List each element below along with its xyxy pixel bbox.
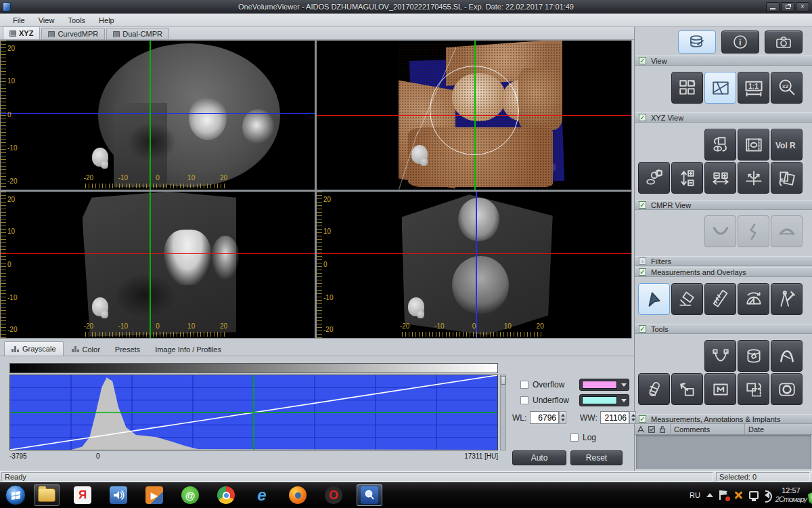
section-check-icon[interactable]: ✓ [639, 268, 646, 276]
volume-render-pane[interactable] [317, 41, 631, 190]
distance-measure-button[interactable] [704, 283, 736, 315]
crosshair-horizontal[interactable] [317, 253, 631, 254]
section-check-icon[interactable]: ✓ [639, 57, 646, 64]
section-expand-icon[interactable]: › [639, 257, 646, 265]
lock-column-icon[interactable] [658, 425, 667, 433]
axial-slice-pane[interactable]: 20100-10-20-20-1001020 [1, 41, 315, 190]
taskbar-yandex[interactable]: Я [70, 484, 95, 506]
menu-tools[interactable]: Tools [62, 15, 91, 26]
network-icon[interactable] [749, 491, 759, 499]
volume-render-button[interactable]: Vol R [771, 129, 803, 161]
movie-button[interactable] [738, 129, 769, 161]
coronal-slice-pane[interactable]: 20100-10-20-20-1001020 [317, 192, 631, 338]
focus-circle-overlay[interactable] [430, 66, 519, 155]
zoom-2x-button[interactable]: x2 [771, 72, 803, 104]
section-header-overlays[interactable]: ✓ Measurements and Overlays [635, 267, 812, 277]
ring-tool-button[interactable] [771, 373, 803, 405]
actual-size-button[interactable]: 1:1 [738, 72, 769, 104]
section-header-filters[interactable]: › Filters [635, 256, 812, 266]
angle-measure-button[interactable] [738, 283, 769, 315]
tab-color[interactable]: Color [65, 343, 107, 356]
bounding-box-button[interactable] [704, 373, 736, 405]
crosshair-vertical[interactable] [476, 192, 477, 338]
measurements-list[interactable] [636, 435, 811, 469]
underflow-checkbox[interactable] [520, 396, 528, 404]
restore-button[interactable] [781, 2, 794, 12]
capture-button[interactable] [765, 30, 803, 54]
slice-interval-button[interactable] [704, 162, 736, 194]
minimize-button[interactable] [766, 2, 780, 12]
section-header-cmpr-view[interactable]: ✓ CMPR View [635, 200, 812, 210]
date-column-header[interactable]: Date [744, 424, 812, 434]
rotate-box-button[interactable] [738, 373, 769, 405]
link-views-button[interactable] [638, 162, 670, 194]
ww-input[interactable] [600, 411, 629, 424]
cut-volume-button[interactable] [671, 373, 703, 405]
taskbar-search-tool[interactable] [357, 484, 382, 506]
tab-xyz[interactable]: XYZ [3, 26, 40, 39]
section-check-icon[interactable]: ✓ [639, 201, 646, 209]
taskbar-media-player[interactable]: ▶ [141, 484, 167, 506]
tab-dualcmpr[interactable]: Dual-CMPR [106, 28, 169, 39]
overflow-color-dropdown[interactable] [579, 379, 629, 391]
overflow-checkbox[interactable] [520, 381, 528, 389]
clock[interactable]: 12:57 2Стомару [775, 486, 807, 504]
section-header-view[interactable]: ✓ View [635, 56, 812, 66]
section-header-mai[interactable]: ✓ Measurements, Annotations & Implants [635, 414, 812, 424]
reset-orientation-button[interactable] [771, 162, 803, 194]
close-button[interactable]: × [796, 2, 809, 12]
language-indicator[interactable]: RU [690, 491, 700, 499]
start-button[interactable] [5, 485, 26, 505]
crosshair-vertical[interactable] [150, 41, 151, 190]
slider-thumb[interactable] [501, 376, 505, 385]
crosshair-mode-button[interactable] [704, 72, 736, 104]
menu-file[interactable]: File [7, 15, 31, 26]
rotate-volume-button[interactable] [704, 129, 736, 161]
antivirus-icon[interactable] [734, 490, 743, 500]
taskbar-explorer[interactable] [34, 484, 60, 506]
tray-expand-icon[interactable] [706, 493, 713, 497]
comments-column-header[interactable]: Comments [670, 424, 744, 434]
sagittal-slice-pane[interactable]: 20100-10-20-20-1001020 [1, 192, 315, 338]
crosshair-horizontal[interactable] [1, 253, 315, 254]
wl-input[interactable] [530, 411, 559, 424]
measure-column-icon[interactable] [636, 425, 646, 433]
taskbar-opera[interactable]: O [321, 484, 346, 506]
tab-curvedmpr[interactable]: CurvedMPR [41, 28, 105, 39]
info-button[interactable]: i [721, 30, 759, 54]
taskbar-mailru-agent[interactable]: @ [177, 484, 203, 506]
section-header-xyz-view[interactable]: ✓ XYZ View [635, 112, 812, 123]
taskbar-volume-app[interactable] [106, 484, 131, 506]
jaw-segment-button[interactable] [771, 340, 803, 372]
underflow-color-dropdown[interactable] [579, 394, 629, 406]
tab-presets[interactable]: Presets [108, 343, 147, 356]
slice-thickness-button[interactable] [671, 162, 703, 194]
layout-rotate-button[interactable] [671, 72, 703, 104]
tab-image-info[interactable]: Image Info / Profiles [148, 343, 228, 356]
implant-button[interactable] [638, 373, 670, 405]
taskbar-internet-explorer[interactable]: e [249, 484, 275, 506]
cylinder-cut-button[interactable] [738, 340, 769, 372]
menu-help[interactable]: Help [93, 15, 120, 26]
select-cursor-button[interactable] [638, 283, 670, 315]
taskbar-chrome[interactable] [213, 484, 239, 506]
volume-icon[interactable] [765, 492, 769, 499]
log-checkbox[interactable] [570, 433, 579, 442]
section-check-icon[interactable]: ✓ [639, 114, 646, 121]
section-check-icon[interactable]: ✓ [639, 415, 646, 423]
menu-view[interactable]: View [32, 15, 61, 26]
crosshair-vertical[interactable] [150, 192, 151, 338]
crosshair-horizontal[interactable] [1, 113, 315, 114]
auto-button[interactable]: Auto [512, 450, 566, 465]
erase-measurement-button[interactable] [671, 283, 703, 315]
taskbar-firefox[interactable] [285, 484, 311, 506]
action-center-flag-icon[interactable] [719, 490, 727, 500]
tab-grayscale[interactable]: Grayscale [4, 341, 64, 356]
grayscale-gradient-bar[interactable] [9, 363, 498, 373]
volume-data-button[interactable] [678, 30, 716, 54]
spline-curve-button[interactable] [704, 340, 736, 372]
histogram-zoom-slider[interactable] [500, 375, 506, 450]
histogram-plot[interactable] [9, 375, 498, 450]
wl-spinner[interactable] [559, 411, 566, 424]
visibility-column-icon[interactable] [647, 425, 656, 433]
